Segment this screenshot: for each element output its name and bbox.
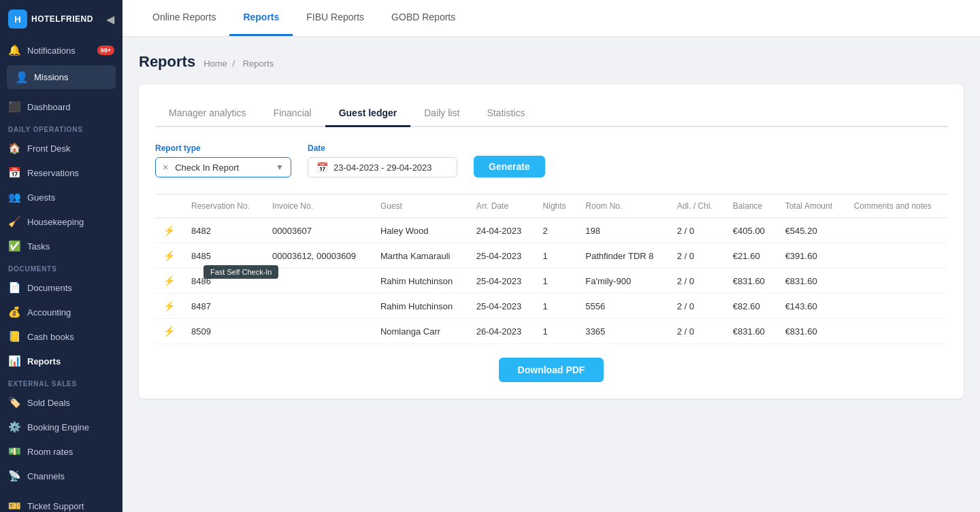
sidebar-item-label: Room rates: [27, 447, 73, 457]
nights-cell: 1: [535, 294, 578, 319]
balance-cell: €831.60: [725, 319, 777, 344]
accounting-icon: 💰: [8, 306, 20, 318]
sidebar-collapse-button[interactable]: ◀: [106, 13, 114, 26]
comments-cell: [846, 218, 947, 243]
comments-cell: [846, 243, 947, 269]
sold-deals-icon: 🏷️: [8, 396, 20, 409]
invoice-no-cell: [264, 294, 372, 319]
sidebar-item-label: Notifications: [27, 46, 76, 56]
sidebar-item-label: Front Desk: [27, 143, 71, 154]
row-flash-icon: ⚡: [155, 218, 183, 243]
guest-name-cell: Nomlanga Carr: [372, 319, 468, 344]
flash-icon: ⚡: [163, 225, 175, 236]
notifications-badge: 99+: [97, 46, 114, 55]
adl-chl-cell: 2 / 0: [669, 319, 725, 344]
generate-button[interactable]: Generate: [474, 156, 545, 177]
flash-icon: ⚡: [163, 250, 175, 261]
nights-cell: 2: [535, 218, 578, 243]
sidebar-item-housekeeping[interactable]: 🧹 Housekeeping: [0, 209, 122, 234]
sidebar-item-label: Ticket Support: [27, 501, 84, 511]
sub-tab-financial[interactable]: Financial: [260, 101, 325, 127]
invoice-no-cell: 00003607: [264, 218, 372, 243]
invoice-no-cell: [264, 319, 372, 344]
total-amount-cell: €545.20: [777, 218, 846, 243]
sidebar-item-label: Sold Deals: [27, 398, 70, 408]
filter-row: Report type × Check In Report ▼ Date 📅 2…: [155, 143, 947, 177]
sidebar-item-room-rates[interactable]: 💵 Room rates: [0, 439, 122, 464]
report-type-select[interactable]: × Check In Report ▼: [155, 157, 291, 177]
sidebar-item-front-desk[interactable]: 🏠 Front Desk: [0, 136, 122, 160]
arr-date-cell: 26-04-2023: [468, 319, 535, 344]
adl-chl-cell: 2 / 0: [669, 294, 725, 319]
guests-icon: 👥: [8, 191, 20, 203]
col-icon: [155, 194, 183, 218]
tab-online-reports[interactable]: Online Reports: [139, 0, 229, 36]
col-nights: Nights: [535, 194, 578, 218]
breadcrumb-separator: /: [232, 58, 235, 69]
page-header: Reports Home / Reports: [139, 53, 964, 71]
sidebar-item-reports[interactable]: 📊 Reports: [0, 349, 122, 373]
sub-tab-statistics[interactable]: Statistics: [473, 101, 538, 127]
tab-fibu-reports[interactable]: FIBU Reports: [293, 0, 378, 36]
row-flash-icon: ⚡: [155, 243, 183, 269]
table-row[interactable]: ⚡ 8487 Rahim Hutchinson 25-04-2023 1 555…: [155, 294, 947, 319]
sidebar-item-label: Channels: [27, 471, 65, 481]
sub-tab-daily-list[interactable]: Daily list: [410, 101, 473, 127]
sidebar-item-label: Accounting: [27, 307, 71, 318]
breadcrumb-home[interactable]: Home: [203, 58, 227, 69]
section-label-external-sales: EXTERNAL SALES: [0, 373, 122, 390]
total-amount-cell: €831.60: [777, 319, 846, 344]
sidebar-header: H HOTELFRIEND ◀: [0, 0, 122, 38]
comments-cell: [846, 319, 947, 344]
sidebar-item-label: Cash books: [27, 332, 74, 342]
total-amount-cell: €831.60: [777, 269, 846, 294]
chevron-down-icon: ▼: [276, 163, 284, 172]
table-row[interactable]: ⚡ 8485Fast Self Check-In 00003612, 00003…: [155, 243, 947, 269]
date-range-input[interactable]: 📅 23-04-2023 - 29-04-2023: [308, 157, 457, 177]
table-row[interactable]: ⚡ 8482 00003607 Haley Wood 24-04-2023 2 …: [155, 218, 947, 243]
guest-name-cell: Martha Kamarauli: [372, 243, 468, 269]
tab-reports[interactable]: Reports: [229, 0, 293, 36]
booking-engine-icon: ⚙️: [8, 421, 20, 433]
documents-icon: 📄: [8, 281, 20, 294]
reports-icon: 📊: [8, 355, 20, 367]
table-row[interactable]: ⚡ 8509 Nomlanga Carr 26-04-2023 1 3365 2…: [155, 319, 947, 344]
sidebar-item-cash-books[interactable]: 📒 Cash books: [0, 324, 122, 349]
adl-chl-cell: 2 / 0: [669, 269, 725, 294]
sidebar-item-documents[interactable]: 📄 Documents: [0, 275, 122, 300]
sidebar-item-label: Booking Engine: [27, 422, 89, 432]
sidebar-item-sold-deals[interactable]: 🏷️ Sold Deals: [0, 390, 122, 415]
housekeeping-icon: 🧹: [8, 216, 20, 228]
tasks-icon: ✅: [8, 240, 20, 252]
sidebar-item-booking-engine[interactable]: ⚙️ Booking Engine: [0, 415, 122, 439]
calendar-icon: 📅: [316, 162, 328, 173]
tab-gobd-reports[interactable]: GOBD Reports: [378, 0, 469, 36]
flash-icon: ⚡: [163, 326, 175, 337]
balance-cell: €831.60: [725, 269, 777, 294]
sub-tab-manager-analytics[interactable]: Manager analytics: [155, 101, 260, 127]
clear-report-type-button[interactable]: ×: [163, 162, 168, 173]
col-arr-date: Arr. Date: [468, 194, 535, 218]
sidebar-item-notifications[interactable]: 🔔 Notifications 99+: [0, 38, 122, 63]
nights-cell: 1: [535, 243, 578, 269]
sidebar-item-tasks[interactable]: ✅ Tasks: [0, 234, 122, 258]
reservation-no-cell: 8485Fast Self Check-In: [183, 243, 264, 269]
sidebar-item-guests[interactable]: 👥 Guests: [0, 185, 122, 209]
col-room-no: Room No.: [577, 194, 668, 218]
sidebar-item-channels[interactable]: 📡 Channels: [0, 464, 122, 488]
room-no-cell: Pathfinder TDR 8: [577, 243, 668, 269]
sidebar-item-missions[interactable]: 👤 Missions: [7, 65, 116, 89]
download-pdf-button[interactable]: Download PDF: [499, 358, 604, 382]
page-title: Reports: [139, 53, 195, 71]
sidebar-item-dashboard[interactable]: ⬛ Dashboard: [0, 95, 122, 119]
sidebar-item-reservations[interactable]: 📅 Reservations: [0, 160, 122, 185]
room-no-cell: 5556: [577, 294, 668, 319]
sidebar-item-accounting[interactable]: 💰 Accounting: [0, 300, 122, 324]
sidebar-item-ticket-support[interactable]: 🎫 Ticket Support: [0, 494, 122, 512]
reservation-no-cell: 8487: [183, 294, 264, 319]
sub-tab-guest-ledger[interactable]: Guest ledger: [325, 101, 411, 127]
reports-card: Manager analytics Financial Guest ledger…: [139, 84, 964, 398]
dashboard-icon: ⬛: [8, 101, 20, 113]
comments-cell: [846, 294, 947, 319]
room-no-cell: 198: [577, 218, 668, 243]
